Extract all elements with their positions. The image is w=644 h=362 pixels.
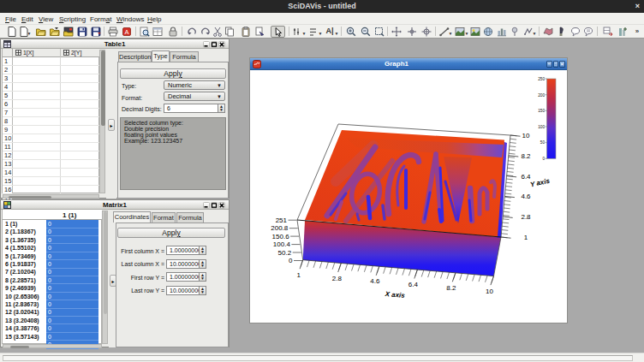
svg-text:200: 200 xyxy=(538,93,545,98)
svg-text:X axis: X axis xyxy=(384,290,405,300)
svg-text:200.8: 200.8 xyxy=(271,224,289,232)
svg-text:150.6: 150.6 xyxy=(272,233,290,240)
svg-text:Y axis: Y axis xyxy=(529,177,551,189)
svg-text:2.8: 2.8 xyxy=(332,275,343,282)
svg-text:0: 0 xyxy=(542,157,545,161)
svg-text:A: A xyxy=(124,28,128,36)
svg-text:100: 100 xyxy=(538,125,545,129)
svg-text:251: 251 xyxy=(276,217,288,224)
svg-text:4.6: 4.6 xyxy=(370,277,380,285)
svg-text:50.2: 50.2 xyxy=(278,249,292,257)
svg-text:10: 10 xyxy=(522,132,530,139)
svg-text:10: 10 xyxy=(486,288,493,295)
svg-text:8.2: 8.2 xyxy=(446,284,456,292)
svg-text:6.4: 6.4 xyxy=(408,281,419,288)
svg-text:4.6: 4.6 xyxy=(521,193,531,200)
svg-text:8.2: 8.2 xyxy=(521,152,531,160)
svg-text:50: 50 xyxy=(540,140,546,145)
svg-text:1: 1 xyxy=(296,271,301,279)
svg-text:2.8: 2.8 xyxy=(521,213,531,221)
svg-text:250: 250 xyxy=(538,77,545,81)
svg-text:1: 1 xyxy=(524,234,528,241)
svg-text:150: 150 xyxy=(538,109,545,113)
svg-text:0: 0 xyxy=(289,257,293,264)
svg-text:6.4: 6.4 xyxy=(521,173,531,181)
svg-text:100.4: 100.4 xyxy=(273,240,291,248)
